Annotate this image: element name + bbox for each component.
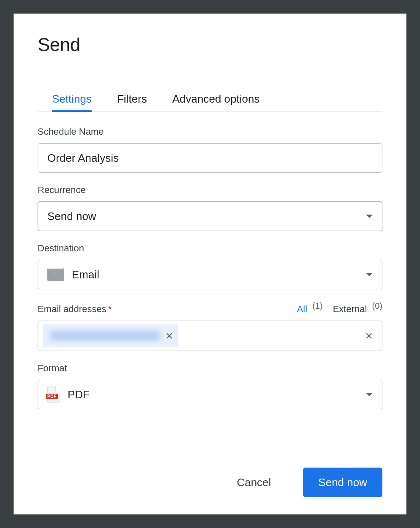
settings-panel: Schedule Name Recurrence Send now Destin…	[38, 126, 382, 451]
email-filter-all-count: (1)	[312, 301, 322, 310]
format-field: Format PDF	[38, 363, 382, 409]
recurrence-label: Recurrence	[38, 185, 382, 196]
schedule-name-label: Schedule Name	[38, 126, 382, 137]
email-filter-external[interactable]: External (0)	[333, 301, 382, 315]
caret-down-icon	[366, 393, 373, 396]
dialog-title: Send	[38, 34, 382, 55]
email-addresses-label: Email addresses*	[38, 304, 112, 315]
email-addresses-input[interactable]: × ×	[38, 321, 382, 351]
schedule-name-input[interactable]	[38, 143, 382, 173]
tab-filters[interactable]: Filters	[117, 89, 147, 112]
caret-down-icon	[366, 273, 373, 276]
pdf-icon	[47, 386, 60, 403]
destination-select[interactable]: Email	[38, 260, 382, 289]
email-filter-external-count: (0)	[372, 301, 382, 310]
destination-value: Email	[72, 268, 99, 281]
email-filter-all[interactable]: All (1)	[297, 301, 323, 315]
email-chip: ×	[43, 324, 178, 347]
caret-down-icon	[366, 215, 373, 218]
tab-settings[interactable]: Settings	[52, 89, 92, 112]
destination-field: Destination Email	[38, 243, 382, 289]
schedule-name-field: Schedule Name	[38, 126, 382, 173]
recurrence-select[interactable]: Send now	[38, 201, 382, 231]
remove-chip-icon[interactable]: ×	[166, 329, 173, 342]
email-chip-text-redacted	[50, 331, 160, 341]
recurrence-value: Send now	[47, 210, 96, 223]
send-now-button[interactable]: Send now	[303, 468, 382, 497]
recurrence-field: Recurrence Send now	[38, 185, 382, 231]
format-select[interactable]: PDF	[38, 380, 382, 409]
mail-icon	[47, 268, 64, 281]
send-dialog: Send Settings Filters Advanced options S…	[14, 14, 406, 514]
format-label: Format	[38, 363, 382, 374]
email-addresses-field: Email addresses* All (1) External (0) × …	[38, 301, 382, 351]
format-value: PDF	[68, 388, 90, 401]
tab-bar: Settings Filters Advanced options	[38, 89, 382, 112]
clear-all-icon[interactable]: ×	[365, 329, 373, 342]
dialog-footer: Cancel Send now	[38, 468, 382, 497]
tab-advanced-options[interactable]: Advanced options	[172, 89, 260, 112]
destination-label: Destination	[38, 243, 382, 254]
cancel-button[interactable]: Cancel	[221, 468, 286, 497]
